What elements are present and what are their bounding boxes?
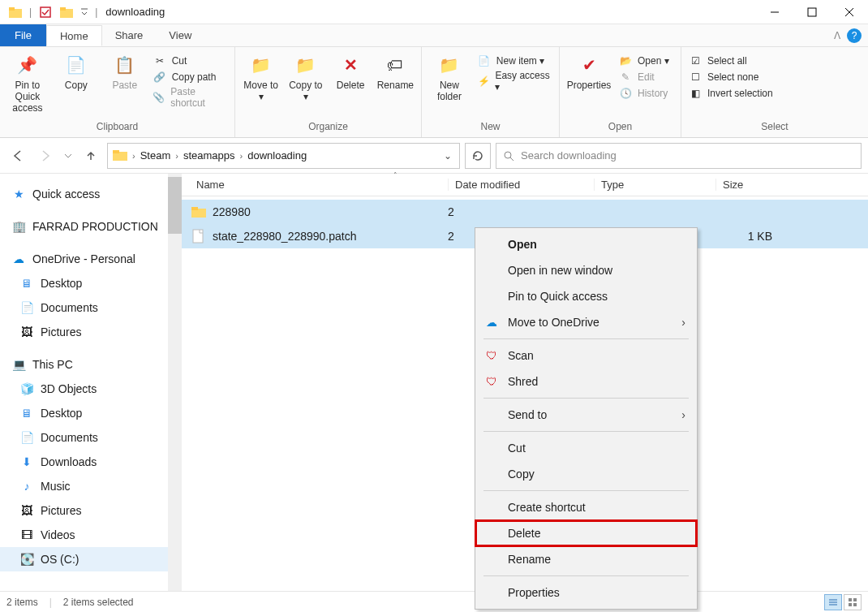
ctx-copy[interactable]: Copy xyxy=(475,461,697,487)
forward-button[interactable] xyxy=(34,144,57,167)
share-tab[interactable]: Share xyxy=(102,24,157,46)
select-all-button[interactable]: ☑Select all xyxy=(688,54,773,68)
up-button[interactable] xyxy=(79,144,102,167)
ctx-create-shortcut[interactable]: Create shortcut xyxy=(475,494,697,520)
sidebar-scrollbar[interactable] xyxy=(168,174,182,591)
sidebar-od-documents[interactable]: 📄Documents xyxy=(0,295,182,320)
paste-shortcut-button[interactable]: 📎Paste shortcut xyxy=(153,86,228,109)
cut-button[interactable]: ✂Cut xyxy=(153,54,228,68)
open-icon: 📂 xyxy=(618,54,633,68)
qat-properties-icon[interactable] xyxy=(35,2,56,23)
select-none-button[interactable]: ☐Select none xyxy=(688,70,773,84)
file-name: state_228980_228990.patch xyxy=(213,230,448,243)
svg-rect-14 xyxy=(191,207,198,210)
cut-icon: ✂ xyxy=(153,54,167,68)
copy-path-icon: 🔗 xyxy=(153,70,167,84)
col-date[interactable]: Date modified xyxy=(448,179,594,191)
status-selected-count: 2 items selected xyxy=(63,597,134,608)
breadcrumb-steam[interactable]: Steam xyxy=(135,149,176,162)
sidebar-farrad[interactable]: 🏢FARRAD PRODUCTION xyxy=(0,214,182,239)
open-button[interactable]: 📂Open ▾ xyxy=(618,54,669,68)
breadcrumb-steamapps[interactable]: steamapps xyxy=(178,149,240,162)
copy-to-button[interactable]: 📁Copy to ▾ xyxy=(286,52,324,102)
sidebar-pc-os[interactable]: 💽OS (C:) xyxy=(0,547,182,571)
sidebar-pc-documents[interactable]: 📄Documents xyxy=(0,425,182,450)
qat-dropdown-icon[interactable] xyxy=(77,2,92,23)
breadcrumb[interactable]: › Steam › steamapps › downloading ⌄ xyxy=(107,143,460,169)
chevron-right-icon: › xyxy=(681,316,685,329)
sidebar-this-pc[interactable]: 💻This PC xyxy=(0,352,182,377)
search-input[interactable]: Search downloading xyxy=(496,143,862,169)
ctx-scan[interactable]: 🛡Scan xyxy=(475,343,697,368)
thumbnails-view-button[interactable] xyxy=(844,594,862,610)
svg-rect-10 xyxy=(113,150,119,153)
sidebar-od-pictures[interactable]: 🖼Pictures xyxy=(0,320,182,344)
pin-to-quick-access-button[interactable]: 📌 Pin to Quick access xyxy=(6,52,49,114)
ctx-delete[interactable]: Delete xyxy=(475,520,697,546)
status-bar: 2 items | 2 items selected xyxy=(0,591,868,612)
clipboard-group-label: Clipboard xyxy=(6,118,228,137)
ctx-pin-quick-access[interactable]: Pin to Quick access xyxy=(475,283,697,309)
details-view-button[interactable] xyxy=(824,594,842,610)
pin-icon: 📌 xyxy=(15,52,41,78)
help-icon[interactable]: ? xyxy=(847,28,862,43)
sidebar-onedrive[interactable]: ☁OneDrive - Personal xyxy=(0,247,182,271)
scrollbar-thumb[interactable] xyxy=(168,177,182,234)
file-tab[interactable]: File xyxy=(0,24,46,46)
breadcrumb-downloading[interactable]: downloading xyxy=(243,149,312,162)
ctx-open-new-window[interactable]: Open in new window xyxy=(475,257,697,283)
home-tab[interactable]: Home xyxy=(46,25,102,46)
copy-button[interactable]: 📄 Copy xyxy=(55,52,97,91)
sidebar-quick-access[interactable]: ★Quick access xyxy=(0,182,182,206)
select-all-icon: ☑ xyxy=(688,54,703,68)
ctx-properties[interactable]: Properties xyxy=(475,580,697,606)
view-tab[interactable]: View xyxy=(156,24,204,46)
recent-locations-button[interactable] xyxy=(62,144,75,167)
sidebar-pc-videos[interactable]: 🎞Videos xyxy=(0,523,182,547)
ctx-shred[interactable]: 🛡Shred xyxy=(475,368,697,394)
maximize-button[interactable] xyxy=(793,0,831,24)
back-button[interactable] xyxy=(6,144,29,167)
col-size[interactable]: Size xyxy=(715,179,789,191)
easy-access-button[interactable]: ⚡Easy access ▾ xyxy=(477,70,552,93)
copy-to-icon: 📁 xyxy=(293,52,319,78)
ctx-move-onedrive[interactable]: ☁Move to OneDrive› xyxy=(475,309,697,335)
history-button[interactable]: 🕓History xyxy=(618,86,669,101)
copy-path-button[interactable]: 🔗Copy path xyxy=(153,70,228,84)
column-headers: Name Date modified Type Size xyxy=(182,174,868,196)
collapse-ribbon-icon[interactable]: ᐱ xyxy=(834,30,840,41)
ctx-rename[interactable]: Rename xyxy=(475,546,697,572)
sidebar-3d-objects[interactable]: 🧊3D Objects xyxy=(0,377,182,401)
sidebar-pc-pictures[interactable]: 🖼Pictures xyxy=(0,498,182,523)
qat-folder-icon[interactable] xyxy=(56,2,77,23)
window-title: downloading xyxy=(105,6,165,18)
ctx-send-to[interactable]: Send to› xyxy=(475,402,697,428)
col-type[interactable]: Type xyxy=(594,179,715,191)
rename-button[interactable]: 🏷Rename xyxy=(376,52,415,91)
address-dropdown-icon[interactable]: ⌄ xyxy=(440,150,456,162)
folder-icon xyxy=(113,148,129,164)
svg-rect-19 xyxy=(849,598,852,601)
close-button[interactable] xyxy=(831,0,868,24)
new-folder-button[interactable]: 📁New folder xyxy=(428,52,471,102)
invert-selection-button[interactable]: ◧Invert selection xyxy=(688,86,773,101)
svg-point-11 xyxy=(505,152,511,158)
minimize-button[interactable] xyxy=(756,0,793,24)
move-to-button[interactable]: 📁Move to ▾ xyxy=(242,52,280,102)
sidebar-pc-music[interactable]: ♪Music xyxy=(0,474,182,498)
sidebar-pc-downloads[interactable]: ⬇Downloads xyxy=(0,450,182,474)
sidebar-pc-desktop[interactable]: 🖥Desktop xyxy=(0,401,182,425)
ctx-cut[interactable]: Cut xyxy=(475,435,697,461)
file-size: 1 KB xyxy=(715,230,789,243)
properties-button[interactable]: ✔Properties xyxy=(566,52,612,91)
refresh-button[interactable] xyxy=(465,143,491,169)
new-item-button[interactable]: 📄New item ▾ xyxy=(477,54,552,68)
sidebar-od-desktop[interactable]: 🖥Desktop xyxy=(0,271,182,295)
edit-button[interactable]: ✎Edit xyxy=(618,70,669,84)
paste-button[interactable]: 📋 Paste xyxy=(104,52,146,91)
delete-button[interactable]: ✕Delete xyxy=(332,52,370,91)
search-icon xyxy=(503,150,514,162)
col-name[interactable]: Name xyxy=(190,179,448,191)
file-row[interactable]: 228980 2 xyxy=(182,200,868,224)
ctx-open[interactable]: Open xyxy=(475,231,697,257)
